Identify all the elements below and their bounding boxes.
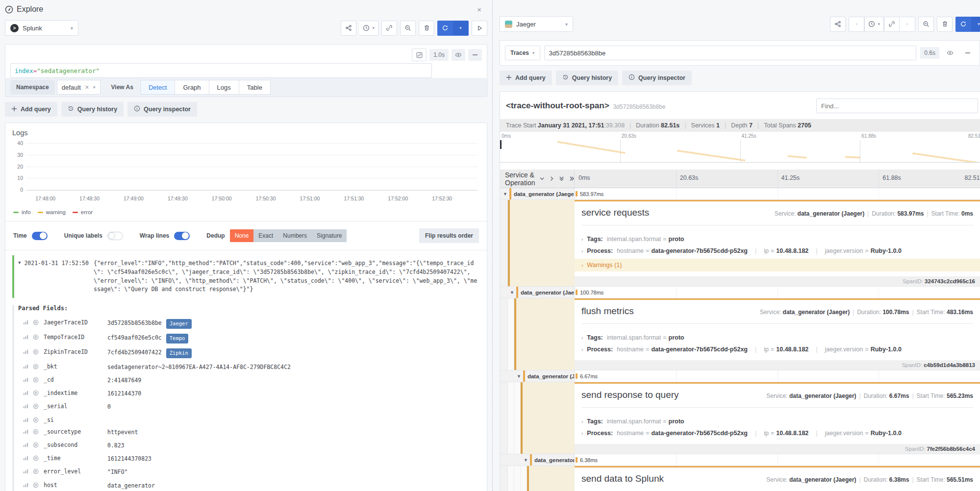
field-stats-button[interactable] xyxy=(23,468,28,474)
dedup-option-numbers[interactable]: Numbers xyxy=(278,229,312,242)
field-stats-button[interactable] xyxy=(23,390,28,396)
clear-all-button[interactable] xyxy=(419,21,434,36)
flip-results-order-button[interactable]: Flip results order xyxy=(419,228,479,243)
datasource-picker-left[interactable]: > Splunk ▾ xyxy=(5,20,78,36)
field-stats-button[interactable] xyxy=(23,364,28,369)
query-preview-button[interactable] xyxy=(943,47,957,59)
span-name-cell[interactable]: ▼data_generator (Jaeger)send res... xyxy=(500,370,575,382)
span-row[interactable]: ▼data_generator (Jaeger)send res...6.67m… xyxy=(500,370,980,382)
trace-query-type-select[interactable]: Traces ▾ xyxy=(505,46,540,60)
field-filter-button[interactable] xyxy=(33,429,39,435)
time-toggle[interactable] xyxy=(32,232,48,240)
collapse-query-button[interactable] xyxy=(468,49,482,61)
tab-logs[interactable]: Logs xyxy=(209,80,239,95)
span-name-cell[interactable]: ▼data_generator (Jaeger)flush metrics xyxy=(500,287,575,298)
warnings-accordion[interactable]: ›Warnings (1) xyxy=(575,259,980,271)
span-name-cell[interactable]: ▼data_generator (Jaeger)service requests xyxy=(500,188,575,199)
link-split-button[interactable] xyxy=(884,17,900,32)
sync-back-button[interactable]: ‹ xyxy=(849,17,864,32)
legend-item-error[interactable]: error xyxy=(73,209,93,215)
span-timeline-cell[interactable]: 6.38ms xyxy=(575,454,980,466)
link-split-button[interactable] xyxy=(381,21,397,36)
dedup-option-none[interactable]: None xyxy=(230,229,254,242)
field-stats-button[interactable] xyxy=(23,442,28,448)
query-preview-button[interactable] xyxy=(452,49,465,61)
field-stats-button[interactable] xyxy=(23,334,28,340)
field-stats-button[interactable] xyxy=(23,377,28,383)
datasource-picker-right[interactable]: Jaeger ▾ xyxy=(500,16,573,32)
zoom-out-button[interactable] xyxy=(918,17,934,32)
time-picker-button[interactable]: ▾ xyxy=(864,17,884,32)
field-stats-button[interactable] xyxy=(23,349,28,355)
span-timeline-cell[interactable]: 6.67ms xyxy=(575,370,980,382)
process-accordion[interactable]: ›Process:hostname=data-generator-7b5675c… xyxy=(581,245,973,257)
span-timeline-cell[interactable]: 583.97ms xyxy=(575,188,980,199)
tags-accordion[interactable]: ›Tags:internal.span.format=proto xyxy=(581,332,973,344)
tab-detect[interactable]: Detect xyxy=(140,80,176,95)
add-query-button[interactable]: Add query xyxy=(500,71,552,85)
collapse-query-button[interactable] xyxy=(961,47,975,59)
log-row[interactable]: ▼ 2021-01-31 17:52:50 {"error_level":"IN… xyxy=(12,255,480,298)
time-picker-button[interactable]: ▾ xyxy=(359,21,378,36)
share-button[interactable] xyxy=(830,17,846,32)
field-filter-button[interactable] xyxy=(33,417,39,423)
refresh-interval-button[interactable]: ▾ xyxy=(453,21,469,36)
query-inspector-button[interactable]: Query inspector xyxy=(622,71,692,85)
field-stats-button[interactable] xyxy=(23,429,28,435)
edit-query-button[interactable] xyxy=(412,49,427,61)
tab-graph[interactable]: Graph xyxy=(175,80,209,95)
sync-forward-button[interactable]: › xyxy=(900,17,915,32)
namespace-select[interactable]: default ✕ ▾ xyxy=(57,80,101,95)
expand-one-icon[interactable] xyxy=(549,176,554,181)
legend-item-warning[interactable]: warning xyxy=(38,209,66,215)
refresh-button[interactable] xyxy=(955,17,971,32)
derived-field-badge-tempo[interactable]: Tempo xyxy=(166,334,189,344)
add-query-button[interactable]: Add query xyxy=(5,102,57,117)
query-expression-input[interactable]: index="sedatagenerator" xyxy=(10,63,432,78)
tags-accordion[interactable]: ›Tags:internal.span.format=proto xyxy=(581,416,973,427)
live-tail-button[interactable] xyxy=(472,21,487,36)
span-timeline-cell[interactable]: 100.78ms xyxy=(575,287,980,298)
tab-table[interactable]: Table xyxy=(239,80,271,95)
process-accordion[interactable]: ›Process:hostname=data-generator-7b5675c… xyxy=(581,427,973,439)
field-stats-button[interactable] xyxy=(23,417,28,423)
tags-accordion[interactable]: ›Tags:internal.span.format=proto xyxy=(581,233,973,245)
field-filter-button[interactable] xyxy=(33,334,39,340)
process-accordion[interactable]: ›Process:hostname=data-generator-7b5675c… xyxy=(581,344,973,355)
field-filter-button[interactable] xyxy=(33,468,39,474)
close-split-icon[interactable]: × xyxy=(477,5,481,14)
field-filter-button[interactable] xyxy=(33,349,39,355)
legend-item-info[interactable]: info xyxy=(13,209,31,215)
refresh-button[interactable] xyxy=(437,21,453,36)
unique-labels-toggle[interactable] xyxy=(107,232,123,240)
wrap-lines-toggle[interactable] xyxy=(174,232,190,240)
query-history-button[interactable]: Query history xyxy=(61,102,124,117)
dedup-option-exact[interactable]: Exact xyxy=(253,229,278,242)
trace-id-input[interactable] xyxy=(544,46,917,60)
trace-find-input[interactable] xyxy=(816,98,978,113)
collapse-one-icon[interactable] xyxy=(539,176,545,181)
field-filter-button[interactable] xyxy=(33,319,39,325)
query-inspector-button[interactable]: Query inspector xyxy=(127,102,197,117)
derived-field-badge-zipkin[interactable]: Zipkin xyxy=(166,348,192,358)
field-stats-button[interactable] xyxy=(23,403,28,409)
refresh-interval-button[interactable]: ▾ xyxy=(971,17,980,32)
field-stats-button[interactable] xyxy=(23,455,28,461)
clear-all-button[interactable] xyxy=(937,17,953,32)
field-filter-button[interactable] xyxy=(33,403,39,409)
field-filter-button[interactable] xyxy=(33,364,39,369)
share-button[interactable] xyxy=(341,21,356,36)
field-stats-button[interactable] xyxy=(23,482,28,488)
field-filter-button[interactable] xyxy=(33,442,39,448)
collapse-all-icon[interactable] xyxy=(559,175,564,182)
derived-field-badge-jaeger[interactable]: Jaeger xyxy=(166,319,192,329)
field-filter-button[interactable] xyxy=(33,390,39,396)
zoom-out-button[interactable] xyxy=(400,21,416,36)
dedup-option-signature[interactable]: Signature xyxy=(312,229,347,242)
span-row[interactable]: ▼data_generator (Jaeger)flush metrics100… xyxy=(500,287,980,298)
field-filter-button[interactable] xyxy=(33,455,39,461)
field-stats-button[interactable] xyxy=(23,319,28,325)
span-row[interactable]: ▼data_generator (Jaeger)service requests… xyxy=(500,188,980,200)
trace-minimap[interactable] xyxy=(500,140,980,163)
field-filter-button[interactable] xyxy=(33,482,39,488)
